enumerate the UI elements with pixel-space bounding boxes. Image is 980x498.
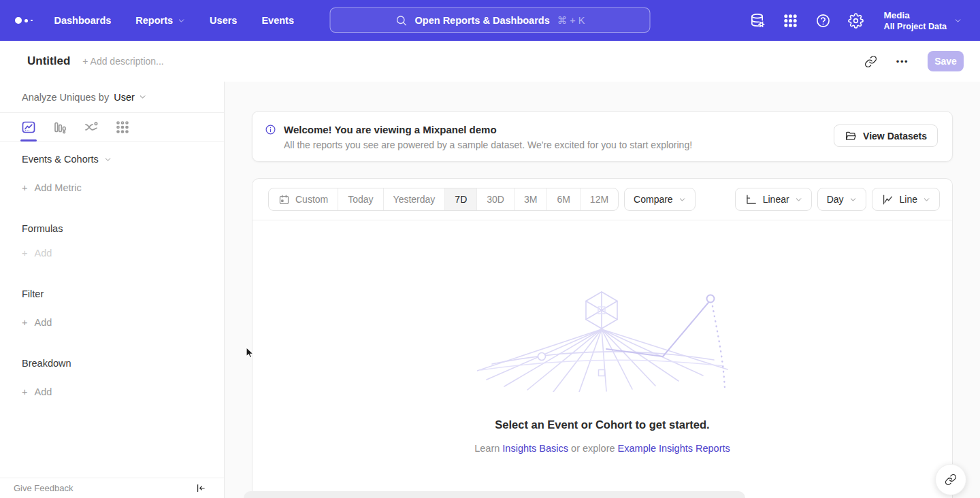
project-switcher[interactable]: Media All Project Data	[884, 10, 962, 32]
folder-open-icon	[845, 130, 857, 142]
range-today[interactable]: Today	[338, 188, 382, 210]
header-actions: ••• Save	[864, 51, 964, 71]
insights-chart-card: Custom Today Yesterday 7D 30D 3M 6M 12M …	[252, 178, 953, 498]
nav-item-reports[interactable]: Reports	[135, 15, 185, 26]
chart-display-controls: Linear Day Line	[735, 188, 940, 211]
report-main-area: Welcome! You are viewing a Mixpanel demo…	[225, 82, 980, 498]
filter-section-title: Filter	[22, 288, 44, 299]
collapsed-bottom-panel-edge[interactable]	[244, 491, 745, 498]
project-name: Media	[884, 10, 947, 21]
query-builder-sidebar: Analyze Uniques by User	[0, 82, 225, 498]
add-metric-button[interactable]: + Add Metric	[22, 182, 82, 193]
retention-grid-tab-icon[interactable]	[114, 119, 131, 135]
chevron-down-icon	[139, 93, 146, 101]
analyze-by-selector[interactable]: User	[114, 92, 146, 103]
mixpanel-logo[interactable]	[15, 17, 33, 24]
save-button[interactable]: Save	[928, 51, 964, 71]
plus-icon: +	[22, 182, 27, 193]
events-cohorts-section-title[interactable]: Events & Cohorts	[22, 154, 112, 165]
link-icon	[945, 474, 957, 486]
range-yesterday[interactable]: Yesterday	[383, 188, 445, 210]
give-feedback-link[interactable]: Give Feedback	[14, 483, 73, 493]
plus-icon: +	[22, 317, 27, 328]
chevron-down-icon	[849, 196, 857, 203]
search-placeholder: Open Reports & Dashboards	[415, 15, 550, 26]
example-insights-reports-link[interactable]: Example Insights Reports	[618, 443, 730, 454]
collapse-sidebar-icon[interactable]	[195, 482, 206, 494]
search-shortcut-hint: ⌘ + K	[557, 15, 585, 26]
formulas-section-title: Formulas	[22, 223, 63, 234]
empty-state-subtitle: Learn Insights Basics or explore Example…	[252, 443, 952, 454]
chevron-down-icon	[679, 196, 686, 203]
info-icon	[265, 124, 276, 135]
analyze-by-row: Analyze Uniques by User	[0, 82, 224, 113]
range-12m[interactable]: 12M	[580, 188, 618, 210]
calendar-icon	[278, 194, 290, 205]
chart-type-dropdown[interactable]: Line	[872, 188, 940, 211]
search-icon	[395, 14, 408, 27]
apps-grid-icon[interactable]	[783, 13, 798, 29]
copy-link-icon[interactable]	[864, 55, 877, 68]
axes-icon	[745, 193, 757, 206]
date-range-segmented-control: Custom Today Yesterday 7D 30D 3M 6M 12M	[268, 188, 619, 211]
primary-nav: Dashboards Reports Users Events	[54, 15, 294, 26]
top-navbar: Dashboards Reports Users Events Open Rep…	[0, 0, 980, 41]
nav-item-dashboards[interactable]: Dashboards	[54, 15, 112, 26]
insights-basics-link[interactable]: Insights Basics	[502, 443, 568, 454]
empty-state-title: Select an Event or Cohort to get started…	[252, 418, 952, 431]
global-search-bar[interactable]: Open Reports & Dashboards ⌘ + K	[330, 7, 651, 33]
chevron-down-icon	[178, 17, 185, 24]
project-scope: All Project Data	[884, 21, 947, 32]
report-title[interactable]: Untitled	[27, 54, 70, 68]
banner-body: All the reports you see are powered by a…	[284, 139, 692, 152]
empty-state-illustration	[477, 290, 729, 392]
range-30d[interactable]: 30D	[476, 188, 514, 210]
analyze-by-label: Analyze Uniques by	[22, 92, 109, 103]
help-icon[interactable]	[815, 13, 831, 29]
range-3m[interactable]: 3M	[514, 188, 546, 210]
nav-item-users[interactable]: Users	[210, 15, 237, 26]
line-chart-icon	[881, 193, 894, 206]
bar-chart-tab-icon[interactable]	[52, 119, 68, 135]
view-datasets-button[interactable]: View Datasets	[834, 124, 938, 147]
chart-toolbar: Custom Today Yesterday 7D 30D 3M 6M 12M …	[252, 179, 952, 220]
welcome-banner: Welcome! You are viewing a Mixpanel demo…	[252, 111, 953, 162]
sidebar-footer: Give Feedback	[0, 478, 224, 498]
range-6m[interactable]: 6M	[546, 188, 579, 210]
more-options-button[interactable]: •••	[896, 56, 909, 67]
plus-icon: +	[22, 248, 27, 259]
add-breakdown-button[interactable]: + Add	[22, 386, 52, 397]
range-custom[interactable]: Custom	[269, 188, 338, 210]
interval-dropdown[interactable]: Day	[817, 188, 866, 211]
flow-sankey-tab-icon[interactable]	[83, 119, 99, 135]
range-7d[interactable]: 7D	[444, 188, 476, 210]
chevron-down-icon	[104, 156, 112, 163]
banner-title: Welcome! You are viewing a Mixpanel demo	[284, 123, 692, 136]
scale-dropdown[interactable]: Linear	[735, 188, 812, 211]
data-management-icon[interactable]	[750, 13, 766, 29]
add-filter-button[interactable]: + Add	[22, 317, 52, 328]
report-description-placeholder[interactable]: + Add description...	[82, 56, 163, 67]
chevron-down-icon	[795, 196, 802, 203]
add-formula-button[interactable]: + Add	[22, 248, 52, 259]
breakdown-section-title: Breakdown	[22, 358, 71, 369]
insights-line-chart-tab-icon[interactable]	[20, 119, 37, 135]
active-tab-underline	[20, 139, 37, 142]
share-link-fab[interactable]	[935, 464, 966, 495]
settings-gear-icon[interactable]	[848, 13, 864, 29]
nav-item-events[interactable]: Events	[261, 15, 294, 26]
compare-button[interactable]: Compare	[624, 188, 696, 211]
chevron-down-icon	[923, 196, 930, 203]
plus-icon: +	[22, 386, 27, 397]
visualization-tabs	[0, 113, 224, 142]
chevron-down-icon	[954, 17, 962, 24]
report-header: Untitled + Add description... ••• Save	[0, 41, 980, 82]
navbar-right: Media All Project Data	[750, 10, 962, 32]
